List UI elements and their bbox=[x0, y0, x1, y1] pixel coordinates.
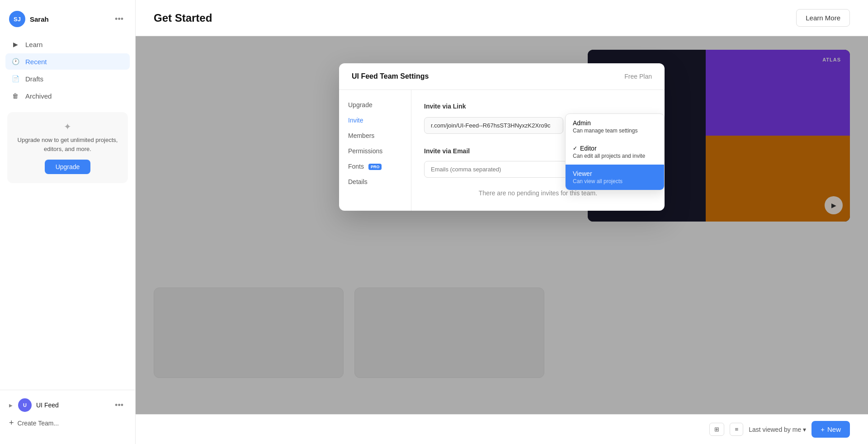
sidebar-item-drafts[interactable]: 📄 Drafts bbox=[5, 71, 130, 87]
team-menu-button[interactable]: ••• bbox=[112, 399, 126, 412]
modal-nav-fonts[interactable]: Fonts PRO bbox=[339, 159, 411, 174]
sidebar-item-archived[interactable]: 🗑 Archived bbox=[5, 88, 130, 104]
team-row[interactable]: ▶ U UI Feed ••• bbox=[9, 396, 126, 415]
team-name: UI Feed bbox=[36, 401, 59, 409]
plus-icon: + bbox=[9, 418, 14, 428]
viewer-title: Viewer bbox=[573, 170, 657, 177]
sidebar-bottom: ▶ U UI Feed ••• + Create Team... bbox=[0, 390, 135, 437]
recent-icon: 🕐 bbox=[11, 57, 20, 66]
editor-title: ✓ Editor bbox=[573, 145, 657, 152]
modal-title: UI Feed Team Settings bbox=[352, 72, 429, 80]
main-nav: ▶ Learn 🕐 Recent 📄 Drafts 🗑 Archived bbox=[0, 34, 135, 107]
sidebar-item-label-archived: Archived bbox=[25, 92, 52, 100]
drafts-icon: 📄 bbox=[11, 74, 20, 83]
editor-desc: Can edit all projects and invite bbox=[573, 153, 657, 159]
team-left: ▶ U UI Feed bbox=[9, 398, 59, 412]
email-input[interactable] bbox=[424, 161, 578, 178]
sidebar-item-label-recent: Recent bbox=[25, 58, 47, 66]
page-title: Get Started bbox=[154, 12, 212, 24]
dropdown-item-viewer[interactable]: Viewer Can view all projects bbox=[566, 165, 664, 190]
sort-chevron-icon: ▾ bbox=[803, 426, 806, 433]
dropdown-item-editor[interactable]: ✓ Editor Can edit all projects and invit… bbox=[566, 139, 664, 165]
topbar: Get Started Learn More bbox=[136, 0, 868, 36]
content-area: ATLAS ▶ UI Feed Team Settings Free Plan … bbox=[136, 36, 868, 414]
create-team-label: Create Team... bbox=[18, 420, 59, 427]
invite-link-input[interactable] bbox=[424, 117, 563, 134]
modal-nav-permissions[interactable]: Permissions bbox=[339, 143, 411, 159]
upgrade-star-icon: ✦ bbox=[14, 121, 121, 132]
admin-title: Admin bbox=[573, 119, 657, 127]
sort-button[interactable]: Last viewed by me ▾ bbox=[749, 426, 806, 433]
fonts-label: Fonts bbox=[348, 163, 364, 170]
username: Sarah bbox=[30, 15, 49, 23]
plus-icon: + bbox=[821, 425, 825, 433]
role-dropdown-menu: Admin Can manage team settings ✓ Editor … bbox=[565, 113, 665, 190]
expand-icon: ▶ bbox=[9, 403, 14, 408]
sidebar-header: SJ Sarah ••• bbox=[0, 7, 135, 34]
avatar: SJ bbox=[9, 11, 25, 27]
learn-icon: ▶ bbox=[11, 40, 20, 49]
invite-link-section-label: Invite via Link bbox=[424, 103, 652, 110]
sidebar: SJ Sarah ••• ▶ Learn 🕐 Recent 📄 Drafts 🗑… bbox=[0, 0, 136, 444]
new-button[interactable]: + New bbox=[811, 421, 850, 438]
archived-icon: 🗑 bbox=[11, 91, 20, 100]
team-settings-modal: UI Feed Team Settings Free Plan Upgrade … bbox=[339, 63, 665, 211]
pro-badge: PRO bbox=[368, 164, 382, 170]
admin-desc: Can manage team settings bbox=[573, 128, 657, 134]
upgrade-text: Upgrade now to get unlimited projects, e… bbox=[14, 136, 121, 153]
sort-label: Last viewed by me bbox=[749, 426, 801, 433]
sidebar-item-label-learn: Learn bbox=[25, 41, 42, 48]
sidebar-item-recent[interactable]: 🕐 Recent bbox=[5, 53, 130, 70]
modal-nav-invite[interactable]: Invite bbox=[339, 113, 411, 128]
content-footer: ⊞ ≡ Last viewed by me ▾ + New bbox=[136, 414, 868, 444]
list-view-button[interactable]: ≡ bbox=[730, 423, 743, 436]
modal-plan: Free Plan bbox=[624, 73, 652, 80]
modal-nav-upgrade[interactable]: Upgrade bbox=[339, 97, 411, 113]
create-team-button[interactable]: + Create Team... bbox=[9, 415, 126, 431]
main-content: Get Started Learn More ATLAS ▶ U bbox=[136, 0, 868, 444]
modal-nav-members[interactable]: Members bbox=[339, 128, 411, 143]
user-menu-button[interactable]: ••• bbox=[112, 13, 126, 26]
modal-overlay[interactable]: UI Feed Team Settings Free Plan Upgrade … bbox=[136, 36, 868, 414]
check-icon: ✓ bbox=[573, 145, 577, 151]
sidebar-item-label-drafts: Drafts bbox=[25, 75, 43, 83]
new-label: New bbox=[827, 425, 841, 433]
toolbar-right: ⊞ ≡ Last viewed by me ▾ + New bbox=[709, 421, 850, 438]
grid-view-button[interactable]: ⊞ bbox=[709, 423, 724, 436]
learn-more-button[interactable]: Learn More bbox=[796, 9, 850, 27]
modal-body: Upgrade Invite Members Permissions Fonts… bbox=[339, 90, 665, 211]
upgrade-button[interactable]: Upgrade bbox=[45, 160, 91, 174]
modal-sidebar-nav: Upgrade Invite Members Permissions Fonts… bbox=[339, 90, 411, 211]
sidebar-item-learn[interactable]: ▶ Learn bbox=[5, 36, 130, 52]
viewer-desc: Can view all projects bbox=[573, 178, 657, 184]
modal-main: Invite via Link Editor ↻ Copy Invite via… bbox=[411, 90, 665, 211]
dropdown-item-admin[interactable]: Admin Can manage team settings bbox=[566, 114, 664, 139]
upgrade-box: ✦ Upgrade now to get unlimited projects,… bbox=[7, 112, 128, 183]
team-avatar: U bbox=[18, 398, 32, 412]
modal-nav-details[interactable]: Details bbox=[339, 174, 411, 189]
modal-header: UI Feed Team Settings Free Plan bbox=[339, 63, 665, 90]
user-profile[interactable]: SJ Sarah bbox=[9, 11, 49, 27]
